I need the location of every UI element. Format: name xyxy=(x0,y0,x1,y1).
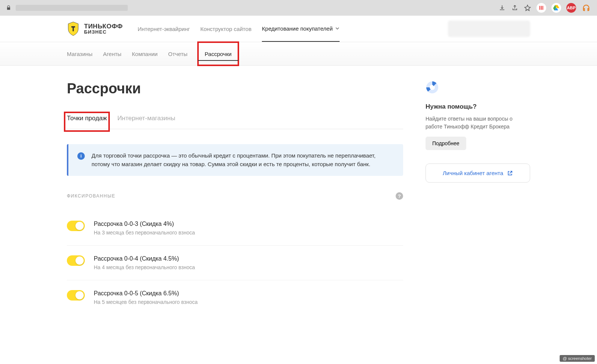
page-title: Рассрочки xyxy=(67,81,403,97)
plan-desc: На 3 месяца без первоначального взноса xyxy=(94,230,195,236)
extension-abp-icon[interactable]: ABP xyxy=(566,3,576,13)
sub-nav-reports[interactable]: Отчеты xyxy=(168,42,188,65)
address-bar xyxy=(6,5,128,11)
toggle-switch[interactable] xyxy=(67,255,85,266)
sub-nav-companies[interactable]: Компании xyxy=(132,42,158,65)
agent-cabinet-label: Личный кабинет агента xyxy=(443,170,503,176)
sub-nav-installments[interactable]: Рассрочки xyxy=(198,42,238,65)
main-header: ТИНЬКОФФ БИЗНЕС Интернет-эквайринг Конст… xyxy=(0,16,597,42)
side-column: Нужна помощь? Найдите ответы на ваши воп… xyxy=(426,81,530,315)
logo-main-text: ТИНЬКОФФ xyxy=(84,23,123,29)
external-link-icon xyxy=(507,170,513,176)
plan-title: Рассрочка 0-0-4 (Скидка 4.5%) xyxy=(94,255,195,262)
sub-nav: Магазины Агенты Компании Отчеты Рассрочк… xyxy=(0,42,597,66)
lock-icon xyxy=(6,5,11,10)
plan-row: Рассрочка 0-0-3 (Скидка 4%) На 3 месяца … xyxy=(67,211,403,246)
star-icon[interactable] xyxy=(524,4,531,12)
sub-nav-agents[interactable]: Агенты xyxy=(103,42,121,65)
top-nav-acquiring[interactable]: Интернет-эквайринг xyxy=(138,16,190,42)
toggle-switch[interactable] xyxy=(67,221,85,231)
learn-more-button[interactable]: Подробнее xyxy=(426,137,466,150)
logo[interactable]: ТИНЬКОФФ БИЗНЕС xyxy=(67,21,123,36)
info-banner: i Для торговой точки рассрочка — это обы… xyxy=(67,144,403,176)
lifebuoy-icon xyxy=(426,81,439,94)
section-header: ФИКСИРОВАННЫЕ ? xyxy=(67,192,403,200)
tab-pos[interactable]: Точки продаж xyxy=(67,115,107,129)
extension-icon-1[interactable] xyxy=(536,3,546,13)
address-text-placeholder xyxy=(16,5,128,11)
logo-shield-icon xyxy=(67,21,80,36)
extension-headphones-icon[interactable] xyxy=(581,3,591,13)
chrome-toolbar-icons: ABP xyxy=(498,3,591,13)
main-column: Рассрочки Точки продаж Интернет-магазины… xyxy=(67,81,403,315)
download-icon[interactable] xyxy=(498,4,506,12)
help-icon[interactable]: ? xyxy=(396,192,403,200)
tab-online-shops[interactable]: Интернет-магазины xyxy=(117,115,175,129)
toggle-switch[interactable] xyxy=(67,290,85,301)
plan-row: Рассрочка 0-0-4 (Скидка 4.5%) На 4 месяц… xyxy=(67,246,403,280)
plan-title: Рассрочка 0-0-5 (Скидка 6.5%) xyxy=(94,290,198,297)
plan-desc: На 5 месяцев без первоначального взноса xyxy=(94,299,198,305)
help-block: Нужна помощь? Найдите ответы на ваши воп… xyxy=(426,81,530,150)
plan-title: Рассрочка 0-0-3 (Скидка 4%) xyxy=(94,221,195,227)
section-label: ФИКСИРОВАННЫЕ xyxy=(67,193,115,199)
page-content: Рассрочки Точки продаж Интернет-магазины… xyxy=(52,66,545,337)
info-banner-text: Для торговой точки рассрочка — это обычн… xyxy=(92,152,394,168)
help-title: Нужна помощь? xyxy=(426,103,530,111)
chevron-down-icon xyxy=(335,25,340,32)
info-icon: i xyxy=(77,152,85,160)
top-nav: Интернет-эквайринг Конструктор сайтов Кр… xyxy=(138,16,340,42)
logo-sub-text: БИЗНЕС xyxy=(84,29,123,34)
sub-nav-shops[interactable]: Магазины xyxy=(67,42,93,65)
plan-row: Рассрочка 0-0-5 (Скидка 6.5%) На 5 месяц… xyxy=(67,280,403,315)
content-tabs: Точки продаж Интернет-магазины xyxy=(67,115,403,129)
top-nav-sitebuilder[interactable]: Конструктор сайтов xyxy=(200,16,251,42)
help-text: Найдите ответы на ваши вопросы о работе … xyxy=(426,115,530,131)
share-icon[interactable] xyxy=(511,4,519,12)
extension-drive-icon[interactable] xyxy=(551,3,561,13)
top-nav-credit-label: Кредитование покупателей xyxy=(262,25,332,32)
top-nav-credit[interactable]: Кредитование покупателей xyxy=(262,16,339,42)
account-area[interactable] xyxy=(448,21,530,37)
plan-desc: На 4 месяца без первоначального взноса xyxy=(94,264,195,270)
browser-chrome: ABP xyxy=(0,0,597,16)
agent-cabinet-button[interactable]: Личный кабинет агента xyxy=(426,164,530,183)
